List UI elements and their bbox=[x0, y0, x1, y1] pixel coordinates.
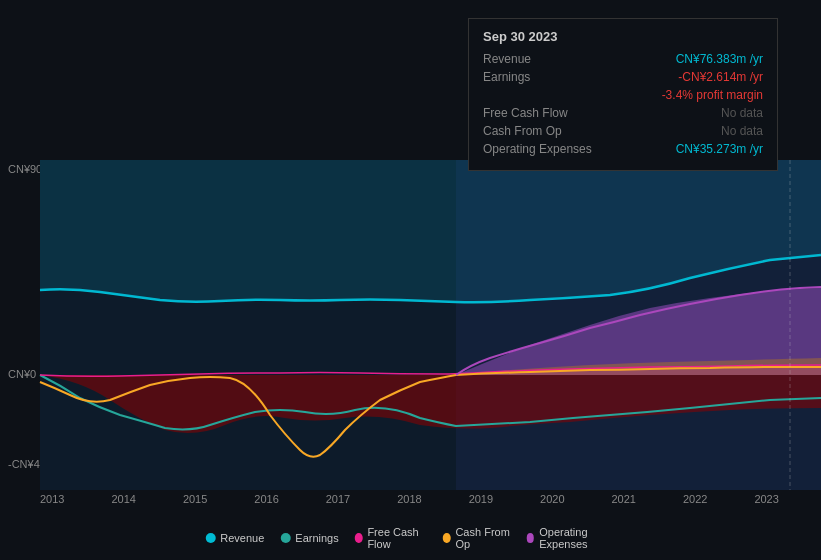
revenue-label: Revenue bbox=[483, 52, 603, 66]
legend-dot-fcf bbox=[355, 533, 363, 543]
fcf-value: No data bbox=[721, 106, 763, 120]
revenue-value: CN¥76.383m /yr bbox=[676, 52, 763, 66]
x-label-2018: 2018 bbox=[397, 493, 421, 505]
earnings-value: -CN¥2.614m /yr bbox=[678, 70, 763, 84]
profit-margin-value: -3.4% profit margin bbox=[662, 88, 763, 102]
cashfromop-value: No data bbox=[721, 124, 763, 138]
tooltip-row-opex: Operating Expenses CN¥35.273m /yr bbox=[483, 142, 763, 156]
tooltip-title: Sep 30 2023 bbox=[483, 29, 763, 44]
tooltip-row-fcf: Free Cash Flow No data bbox=[483, 106, 763, 120]
x-label-2016: 2016 bbox=[254, 493, 278, 505]
legend-label-fcf: Free Cash Flow bbox=[367, 526, 426, 550]
x-label-2022: 2022 bbox=[683, 493, 707, 505]
x-label-2019: 2019 bbox=[469, 493, 493, 505]
tooltip-row-cashfromop: Cash From Op No data bbox=[483, 124, 763, 138]
fcf-label: Free Cash Flow bbox=[483, 106, 603, 120]
legend-dot-cashfromop bbox=[443, 533, 451, 543]
x-axis: 2013 2014 2015 2016 2017 2018 2019 2020 … bbox=[0, 493, 821, 505]
x-label-2023: 2023 bbox=[754, 493, 778, 505]
tooltip-row-revenue: Revenue CN¥76.383m /yr bbox=[483, 52, 763, 66]
chart-svg bbox=[0, 160, 821, 500]
tooltip-row-profit-margin: -3.4% profit margin bbox=[483, 88, 763, 102]
x-label-2020: 2020 bbox=[540, 493, 564, 505]
tooltip-row-earnings: Earnings -CN¥2.614m /yr bbox=[483, 70, 763, 84]
chart-legend: Revenue Earnings Free Cash Flow Cash Fro… bbox=[205, 526, 616, 550]
legend-opex[interactable]: Operating Expenses bbox=[527, 526, 616, 550]
legend-label-cashfromop: Cash From Op bbox=[455, 526, 510, 550]
x-label-2021: 2021 bbox=[612, 493, 636, 505]
opex-label: Operating Expenses bbox=[483, 142, 603, 156]
tooltip-card: Sep 30 2023 Revenue CN¥76.383m /yr Earni… bbox=[468, 18, 778, 171]
cashfromop-label: Cash From Op bbox=[483, 124, 603, 138]
opex-value: CN¥35.273m /yr bbox=[676, 142, 763, 156]
legend-label-earnings: Earnings bbox=[295, 532, 338, 544]
x-label-2017: 2017 bbox=[326, 493, 350, 505]
legend-earnings[interactable]: Earnings bbox=[280, 532, 338, 544]
legend-revenue[interactable]: Revenue bbox=[205, 532, 264, 544]
x-label-2013: 2013 bbox=[40, 493, 64, 505]
profit-margin-label bbox=[483, 88, 603, 102]
legend-cashfromop[interactable]: Cash From Op bbox=[443, 526, 511, 550]
legend-label-opex: Operating Expenses bbox=[539, 526, 616, 550]
x-label-2015: 2015 bbox=[183, 493, 207, 505]
legend-dot-opex bbox=[527, 533, 535, 543]
legend-dot-earnings bbox=[280, 533, 290, 543]
earnings-label: Earnings bbox=[483, 70, 603, 84]
x-label-2014: 2014 bbox=[111, 493, 135, 505]
legend-fcf[interactable]: Free Cash Flow bbox=[355, 526, 427, 550]
legend-dot-revenue bbox=[205, 533, 215, 543]
legend-label-revenue: Revenue bbox=[220, 532, 264, 544]
